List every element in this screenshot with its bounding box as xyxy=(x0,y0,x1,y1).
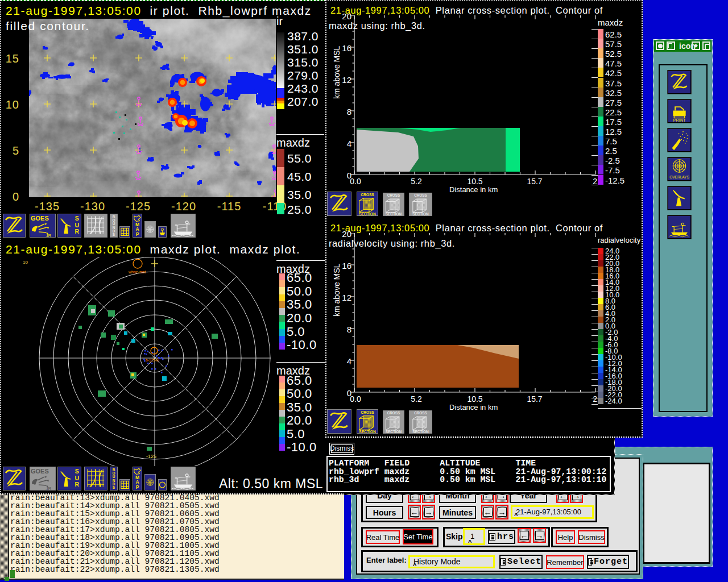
svg-text:S: S xyxy=(113,485,115,489)
svg-text:S: S xyxy=(75,215,79,222)
svg-text:SECTION: SECTION xyxy=(386,212,402,216)
svg-text:CROSS: CROSS xyxy=(387,411,400,415)
svg-text:whoe-mst: whoe-mst xyxy=(128,270,146,274)
svg-text:CROSS: CROSS xyxy=(414,411,427,415)
svg-text:10: 10 xyxy=(23,260,28,265)
svg-text:P: P xyxy=(136,484,139,490)
svg-text:CROSS: CROSS xyxy=(414,193,427,197)
svg-text:SECTION: SECTION xyxy=(386,430,402,434)
svg-text:R: R xyxy=(75,481,80,488)
svg-text:R: R xyxy=(75,228,80,235)
svg-text:CROSS: CROSS xyxy=(361,410,374,414)
svg-text:S: S xyxy=(113,232,115,236)
svg-text:b-125-8: b-125-8 xyxy=(146,358,159,362)
svg-text:GOES: GOES xyxy=(31,468,49,475)
svg-text:P: P xyxy=(136,231,139,237)
svg-text:OVERLAYS: OVERLAYS xyxy=(669,175,689,179)
svg-text:CROSS: CROSS xyxy=(387,193,400,197)
svg-text:SECTION: SECTION xyxy=(359,212,376,216)
svg-text:SECTION: SECTION xyxy=(359,430,376,434)
svg-text:U: U xyxy=(75,475,80,481)
svg-text:SECTION: SECTION xyxy=(412,430,429,434)
svg-text:.IR: .IR xyxy=(46,486,51,490)
svg-text:U: U xyxy=(75,222,80,228)
svg-text:CROSS: CROSS xyxy=(361,193,374,197)
svg-text:GOES: GOES xyxy=(31,215,49,222)
svg-text:S: S xyxy=(75,468,79,475)
svg-text:PRINT: PRINT xyxy=(673,118,686,122)
svg-text:.IR: .IR xyxy=(46,233,51,238)
svg-text:SECTION: SECTION xyxy=(412,212,429,216)
svg-text:-125: -125 xyxy=(146,454,156,459)
